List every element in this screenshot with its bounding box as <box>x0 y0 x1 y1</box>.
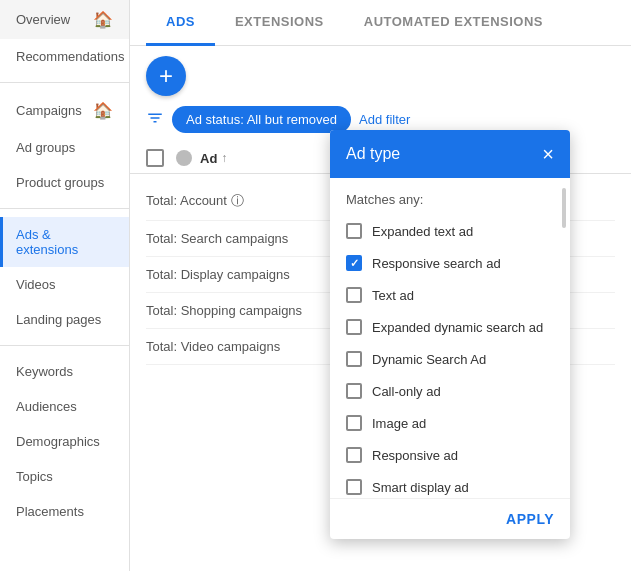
divider3 <box>0 345 129 346</box>
sidebar-item-topics[interactable]: Topics <box>0 459 129 494</box>
tab-automated-extensions[interactable]: AUTOMATED EXTENSIONS <box>344 0 563 46</box>
list-item[interactable]: Expanded text ad <box>330 215 570 247</box>
sidebar-item-demographics[interactable]: Demographics <box>0 424 129 459</box>
responsive-search-ad-label: Responsive search ad <box>372 256 554 271</box>
checkbox-dynamic-search-ad[interactable] <box>346 351 362 367</box>
status-dot <box>176 150 192 166</box>
sidebar: Overview 🏠 Recommendations Campaigns 🏠 A… <box>0 0 130 571</box>
dropdown-footer: APPLY <box>330 498 570 539</box>
list-item[interactable]: Text ad <box>330 279 570 311</box>
checkbox-expanded-dynamic-search-ad[interactable] <box>346 319 362 335</box>
sidebar-item-keywords[interactable]: Keywords <box>0 354 129 389</box>
scroll-thumb <box>562 188 566 228</box>
ad-type-dropdown: Ad type × Matches any: Expanded text ad … <box>330 130 570 539</box>
call-only-ad-label: Call-only ad <box>372 384 554 399</box>
expanded-dynamic-search-ad-label: Expanded dynamic search ad <box>372 320 554 335</box>
sidebar-item-placements[interactable]: Placements <box>0 494 129 529</box>
text-ad-label: Text ad <box>372 288 554 303</box>
add-filter-link[interactable]: Add filter <box>359 112 410 127</box>
smart-display-ad-label: Smart display ad <box>372 480 554 495</box>
sidebar-item-adgroups[interactable]: Ad groups <box>0 130 129 165</box>
sidebar-item-recommendations[interactable]: Recommendations <box>0 39 129 74</box>
select-all-checkbox[interactable] <box>146 149 164 167</box>
image-ad-label: Image ad <box>372 416 554 431</box>
sidebar-item-landing-pages[interactable]: Landing pages <box>0 302 129 337</box>
home-icon: 🏠 <box>93 10 113 29</box>
dropdown-body: Matches any: Expanded text ad Responsive… <box>330 178 570 498</box>
sort-icon[interactable]: ↑ <box>221 151 227 165</box>
dynamic-search-ad-label: Dynamic Search Ad <box>372 352 554 367</box>
checkbox-text-ad[interactable] <box>346 287 362 303</box>
list-item[interactable]: Dynamic Search Ad <box>330 343 570 375</box>
filter-chip-ad-status[interactable]: Ad status: All but removed <box>172 106 351 133</box>
list-item[interactable]: Image ad <box>330 407 570 439</box>
list-item[interactable]: Smart display ad <box>330 471 570 498</box>
close-button[interactable]: × <box>542 144 554 164</box>
tabs-bar: ADS EXTENSIONS AUTOMATED EXTENSIONS <box>130 0 631 46</box>
dropdown-header: Ad type × <box>330 130 570 178</box>
checkbox-smart-display-ad[interactable] <box>346 479 362 495</box>
list-item[interactable]: Expanded dynamic search ad <box>330 311 570 343</box>
divider2 <box>0 208 129 209</box>
filter-icon[interactable] <box>146 109 164 131</box>
apply-button[interactable]: APPLY <box>506 511 554 527</box>
checkbox-expanded-text-ad[interactable] <box>346 223 362 239</box>
tab-ads[interactable]: ADS <box>146 0 215 46</box>
matches-label: Matches any: <box>330 188 570 215</box>
sidebar-item-productgroups[interactable]: Product groups <box>0 165 129 200</box>
home-icon-campaigns: 🏠 <box>93 101 113 120</box>
checkbox-image-ad[interactable] <box>346 415 362 431</box>
toolbar: + <box>130 46 631 106</box>
tab-extensions[interactable]: EXTENSIONS <box>215 0 344 46</box>
checkbox-responsive-search-ad[interactable] <box>346 255 362 271</box>
list-item[interactable]: Responsive search ad <box>330 247 570 279</box>
sidebar-item-videos[interactable]: Videos <box>0 267 129 302</box>
add-button[interactable]: + <box>146 56 186 96</box>
checkbox-responsive-ad[interactable] <box>346 447 362 463</box>
sidebar-item-campaigns[interactable]: Campaigns 🏠 <box>0 91 129 130</box>
ad-column-header: Ad ↑ <box>200 151 227 166</box>
divider <box>0 82 129 83</box>
sidebar-item-audiences[interactable]: Audiences <box>0 389 129 424</box>
checkbox-call-only-ad[interactable] <box>346 383 362 399</box>
dropdown-title: Ad type <box>346 145 400 163</box>
sidebar-item-overview[interactable]: Overview 🏠 <box>0 0 129 39</box>
responsive-ad-label: Responsive ad <box>372 448 554 463</box>
expanded-text-ad-label: Expanded text ad <box>372 224 554 239</box>
scrollbar[interactable] <box>562 178 566 498</box>
sidebar-item-ads-extensions[interactable]: Ads & extensions <box>0 217 129 267</box>
list-item[interactable]: Responsive ad <box>330 439 570 471</box>
list-item[interactable]: Call-only ad <box>330 375 570 407</box>
